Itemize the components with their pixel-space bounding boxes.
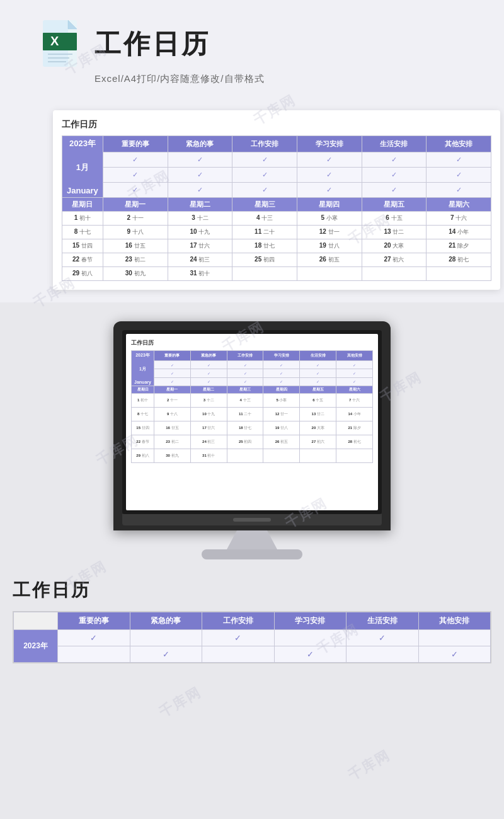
- svg-rect-4: [43, 33, 77, 50]
- monitor-dot: [233, 518, 271, 522]
- monitor-bezel: 工作日历 2023年: [122, 330, 382, 514]
- weekday-tue: 星期二: [168, 198, 232, 212]
- week-2: 8 十七 9 十八 10 十九 11 二十 12 廿一 13 廿二 14 小年: [62, 226, 491, 239]
- weekday-fri: 星期五: [362, 198, 427, 212]
- bottom-col-life: 生活安排: [346, 612, 419, 630]
- weekday-thu: 星期四: [297, 198, 362, 212]
- svg-text:X: X: [50, 34, 59, 48]
- monitor-screen: 工作日历 2023年: [126, 334, 378, 510]
- col-header-urgent: 紧急的事: [168, 136, 232, 152]
- monitor-chin: [122, 514, 382, 525]
- bottom-header-row: 重要的事 紧急的事 工作安排 学习安排 生活安排 其他安排: [14, 612, 491, 630]
- col-header-life: 生活安排: [362, 136, 427, 152]
- col-header-other: 其他安排: [427, 136, 491, 152]
- bottom-col-important: 重要的事: [58, 612, 130, 630]
- week-3: 15 廿四 16 廿五 17 廿六 18 廿七 19 廿八 20 大寒 21 除…: [62, 239, 491, 253]
- bottom-month-row: ✓ ✓ ✓: [14, 646, 491, 663]
- bottom-col-study: 学习安排: [274, 612, 346, 630]
- page-title: 工作日历: [94, 26, 210, 62]
- week-5: 29 初八 30 初九 31 初十: [62, 267, 491, 281]
- bottom-col-work: 工作安排: [202, 612, 275, 630]
- monitor-stand-base: [202, 549, 302, 559]
- mini-calendar: 2023年 1月 January 重要的事 紧急的事 工作安排 学习安排 生活安…: [131, 350, 373, 463]
- year-cell: 2023年 1月 January: [62, 136, 103, 198]
- week-4: 22 春节 23 初二 24 初三 25 初四 26 初五 27 初六 28 初…: [62, 253, 491, 267]
- bottom-table-wrap: 重要的事 紧急的事 工作安排 学习安排 生活安排 其他安排 2023年 ✓ ✓ …: [13, 611, 491, 663]
- weekday-row: 星期日 星期一 星期二 星期三 星期四 星期五 星期六: [62, 198, 491, 212]
- monitor-stand-top: [227, 530, 277, 549]
- col-header-work: 工作安排: [232, 136, 297, 152]
- page-subtitle: Excel/A4打印/内容随意修改/自带格式: [94, 73, 265, 85]
- check-row-2: ✓ ✓ ✓ ✓ ✓ ✓: [62, 168, 491, 183]
- header-row: 2023年 1月 January 重要的事 紧急的事 工作安排 学习安排 生活安…: [62, 136, 491, 152]
- weekday-wed: 星期三: [232, 198, 297, 212]
- card-title: 工作日历: [62, 119, 491, 130]
- monitor: 工作日历 2023年: [113, 321, 391, 559]
- monitor-section: 工作日历 2023年: [0, 302, 504, 566]
- bottom-col-urgent: 紧急的事: [130, 612, 202, 630]
- mini-card-title: 工作日历: [131, 339, 373, 347]
- top-section: X 工作日历 Excel/A4打印/内容随意修改/自带格式: [0, 0, 504, 110]
- col-header-important: 重要的事: [103, 136, 168, 152]
- bottom-title: 工作日历: [13, 578, 491, 602]
- title-row: X 工作日历: [38, 19, 210, 69]
- bottom-calendar-table: 重要的事 紧急的事 工作安排 学习安排 生活安排 其他安排 2023年 ✓ ✓ …: [13, 612, 491, 663]
- bottom-section: 工作日历 重要的事 紧急的事 工作安排 学习安排 生活安排 其他安排: [0, 566, 504, 663]
- weekday-mon: 星期一: [103, 198, 168, 212]
- bottom-year-row: 2023年 ✓ ✓ ✓: [14, 630, 491, 646]
- main-calendar-table: 2023年 1月 January 重要的事 紧急的事 工作安排 学习安排 生活安…: [62, 135, 491, 281]
- week-1: 1 初十 2 十一 3 十二 4 十三 5 小寒 6 十五 7 十六: [62, 212, 491, 226]
- weekday-sat: 星期六: [427, 198, 491, 212]
- col-header-study: 学习安排: [297, 136, 362, 152]
- monitor-outer: 工作日历 2023年: [113, 321, 391, 530]
- check-row-1: ✓ ✓ ✓ ✓ ✓ ✓: [62, 152, 491, 168]
- check-row-3: ✓ ✓ ✓ ✓ ✓ ✓: [62, 183, 491, 198]
- weekday-sun: 星期日: [62, 198, 103, 212]
- excel-icon: X: [38, 19, 82, 69]
- bottom-year-cell: 2023年: [14, 630, 58, 663]
- bottom-col-other: 其他安排: [418, 612, 491, 630]
- preview-card: 工作日历 2023年 1月 January 重要的事 紧急的事 工作安排 学习安…: [53, 110, 500, 290]
